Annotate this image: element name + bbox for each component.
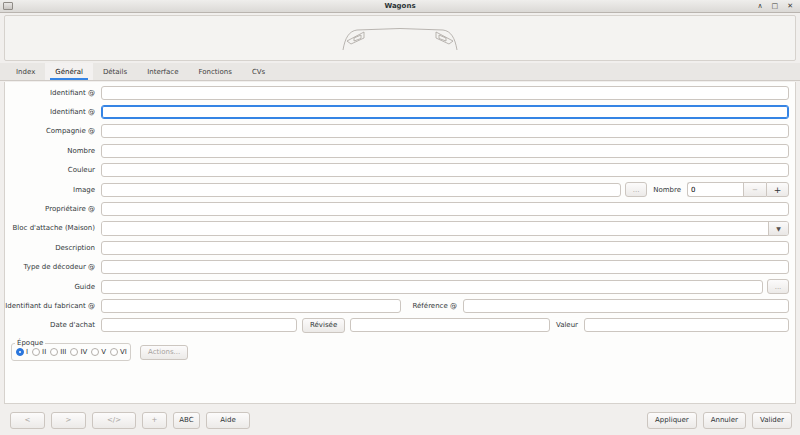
spin-plus-icon[interactable]: + — [766, 182, 789, 197]
chevron-down-icon: ▼ — [776, 225, 781, 232]
couleur-label: Couleur — [5, 166, 101, 174]
description-label: Description — [5, 244, 101, 252]
spin-minus-icon[interactable]: − — [743, 182, 766, 197]
annuler-button[interactable]: Annuler — [703, 412, 746, 429]
titlebar: Wagons ∧ □ ✕ — [0, 0, 800, 13]
actions-button[interactable]: Actions... — [140, 345, 188, 360]
description-input[interactable] — [101, 241, 789, 255]
next-record-button[interactable]: > — [51, 412, 86, 429]
fabricant-input[interactable] — [101, 299, 401, 313]
image-count-label: Nombre — [647, 186, 687, 194]
tab-details-label: Détails — [103, 68, 127, 76]
epoque-legend: Époque — [15, 339, 45, 347]
app-icon — [3, 2, 13, 10]
date-achat-label: Date d'achat — [5, 321, 101, 329]
tab-interface-label: Interface — [147, 68, 178, 76]
identifiant-1-input[interactable] — [101, 86, 789, 100]
bloc-attache-label: Bloc d'attache (Maison) — [5, 224, 101, 232]
tab-index[interactable]: Index — [6, 63, 45, 80]
row-date-achat: Date d'achat Révisée Valeur — [5, 316, 795, 335]
epoque-iv-label: IV — [80, 348, 87, 356]
image-count-spinner: − + — [687, 182, 789, 197]
revisee-button[interactable]: Révisée — [302, 318, 345, 333]
tab-fonctions-label: Fonctions — [199, 68, 232, 76]
epoque-radio-iv[interactable]: IV — [70, 348, 87, 356]
tab-cvs-label: CVs — [252, 68, 265, 76]
bloc-attache-input[interactable] — [102, 222, 768, 235]
tabstrip: Index Général Détails Interface Fonction… — [0, 63, 800, 81]
valeur-input[interactable] — [584, 318, 789, 332]
date-achat-input[interactable] — [101, 318, 297, 332]
radio-icon — [32, 348, 40, 356]
epoque-radio-v[interactable]: V — [91, 348, 106, 356]
identifiant-2-label: Identifiant @ — [5, 108, 101, 116]
row-bloc-attache: Bloc d'attache (Maison) ▼ — [5, 219, 795, 238]
epoque-frame: Époque I II III IV V VI — [11, 343, 131, 361]
bloc-attache-combobox: ▼ — [101, 221, 789, 236]
bloc-attache-dropdown-button[interactable]: ▼ — [768, 222, 788, 235]
guide-label: Guide — [5, 283, 101, 291]
epoque-v-label: V — [101, 348, 106, 356]
identifiant-1-label: Identifiant @ — [5, 89, 101, 97]
row-proprietaire: Propriétaire @ — [5, 199, 795, 218]
row-identifiant-2: Identifiant @ — [5, 102, 795, 121]
prev-record-button[interactable]: < — [10, 412, 45, 429]
image-path-input[interactable] — [101, 183, 621, 197]
type-decodeur-input[interactable] — [101, 260, 789, 274]
close-icon[interactable]: ✕ — [787, 0, 793, 13]
row-epoque: Époque I II III IV V VI Actions... — [5, 342, 795, 362]
row-image: Image ... Nombre − + — [5, 180, 795, 199]
add-button[interactable]: + — [142, 412, 167, 429]
compagnie-label: Compagnie @ — [5, 127, 101, 135]
row-description: Description — [5, 238, 795, 257]
identifiant-2-input[interactable] — [101, 105, 789, 119]
code-view-button[interactable]: </> — [92, 412, 136, 429]
wagon-preview-panel — [4, 15, 796, 61]
valider-button[interactable]: Valider — [752, 412, 792, 429]
row-type-decodeur: Type de décodeur @ — [5, 258, 795, 277]
footer-bar: < > </> + ABC Aide Appliquer Annuler Val… — [0, 405, 800, 435]
date-revision-input[interactable] — [350, 318, 550, 332]
image-browse-button[interactable]: ... — [625, 182, 647, 197]
maximize-icon[interactable]: □ — [772, 0, 779, 13]
epoque-radio-ii[interactable]: II — [32, 348, 46, 356]
tab-general[interactable]: Général — [45, 63, 93, 80]
radio-icon — [91, 348, 99, 356]
tab-general-label: Général — [55, 68, 83, 76]
image-label: Image — [5, 186, 101, 194]
reference-input[interactable] — [463, 299, 789, 313]
couleur-input[interactable] — [101, 163, 789, 177]
guide-browse-button[interactable]: ... — [767, 279, 789, 294]
appliquer-button[interactable]: Appliquer — [647, 412, 697, 429]
radio-selected-icon — [16, 348, 24, 356]
radio-icon — [110, 348, 118, 356]
nombre-input[interactable] — [101, 144, 789, 158]
aide-button[interactable]: Aide — [206, 412, 250, 429]
row-nombre: Nombre — [5, 141, 795, 160]
proprietaire-input[interactable] — [101, 202, 789, 216]
guide-input[interactable] — [101, 280, 763, 294]
type-decodeur-label: Type de décodeur @ — [5, 263, 101, 271]
epoque-ii-label: II — [42, 348, 46, 356]
row-compagnie: Compagnie @ — [5, 122, 795, 141]
abc-button[interactable]: ABC — [173, 412, 200, 429]
tab-interface[interactable]: Interface — [137, 63, 188, 80]
window-title: Wagons — [0, 2, 800, 10]
epoque-radio-vi[interactable]: VI — [110, 348, 127, 356]
image-count-input[interactable] — [687, 182, 743, 197]
fabricant-label: Identifiant du fabricant @ — [5, 302, 101, 310]
epoque-radio-iii[interactable]: III — [50, 348, 66, 356]
general-form-page: Identifiant @ Identifiant @ Compagnie @ … — [4, 82, 796, 404]
tab-index-label: Index — [16, 68, 35, 76]
epoque-i-label: I — [26, 348, 28, 356]
reference-label: Référence @ — [401, 302, 463, 310]
tab-details[interactable]: Détails — [93, 63, 137, 80]
tab-fonctions[interactable]: Fonctions — [189, 63, 242, 80]
proprietaire-label: Propriétaire @ — [5, 205, 101, 213]
minimize-icon[interactable]: ∧ — [757, 0, 762, 13]
compagnie-input[interactable] — [101, 124, 789, 138]
tab-cvs[interactable]: CVs — [242, 63, 275, 80]
nombre-label: Nombre — [5, 147, 101, 155]
epoque-radio-i[interactable]: I — [16, 348, 28, 356]
row-guide: Guide ... — [5, 277, 795, 296]
